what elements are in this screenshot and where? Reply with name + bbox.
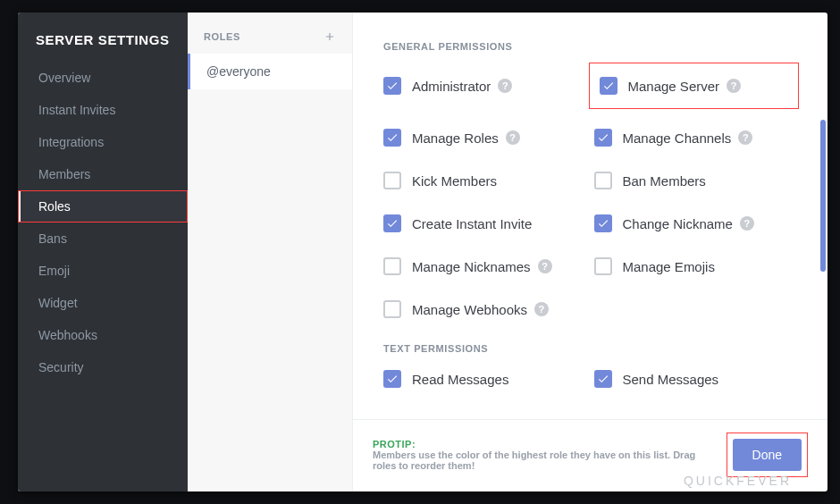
permission-label: Manage Channels? [623,130,753,146]
sidebar-item-emoji[interactable]: Emoji [18,255,188,287]
permission-grid: Read MessagesSend Messages [383,370,792,388]
permission-label-text: Manage Nicknames [412,259,531,274]
permission-checkbox[interactable] [383,77,401,95]
permission-checkbox[interactable] [594,129,612,147]
permission-row: Send Messages [594,370,793,388]
permission-row: Administrator? [383,68,582,104]
done-highlight: Done [727,433,808,477]
permission-grid: Administrator?Manage Server?Manage Roles… [383,68,792,318]
permission-label-text: Manage Roles [412,130,499,146]
sidebar-item-security[interactable]: Security [18,351,188,383]
help-icon[interactable]: ? [727,79,741,93]
permission-row: Manage Roles? [383,129,582,147]
permission-checkbox[interactable] [383,257,401,275]
roles-column: ROLES @everyone [188,13,353,491]
sidebar-item-webhooks[interactable]: Webhooks [18,319,188,351]
permission-label-text: Kick Members [412,173,497,189]
role-item[interactable]: @everyone [188,54,352,89]
done-button[interactable]: Done [733,439,802,471]
permission-label: Send Messages [623,372,719,387]
permission-label: Change Nickname? [623,216,754,231]
permission-row: Manage Server? [594,68,793,104]
protip-text: Members use the color of the highest rol… [373,449,701,471]
permission-label-text: Change Nickname [623,216,733,231]
sidebar-item-roles[interactable]: Roles [18,190,188,223]
permissions-panel: GENERAL PERMISSIONSAdministrator?Manage … [353,13,827,491]
sidebar-item-bans[interactable]: Bans [18,223,188,255]
sidebar-title: SERVER SETTINGS [18,13,188,56]
help-icon[interactable]: ? [738,130,752,145]
watermark: QUICKFEVER [684,474,792,488]
permission-checkbox[interactable] [594,257,612,275]
permission-label: Kick Members [412,173,497,189]
help-icon[interactable]: ? [538,259,552,273]
permission-row: Ban Members [594,172,793,189]
permission-label: Manage Roles? [412,130,520,146]
permission-label-text: Manage Server [628,79,720,94]
sidebar-item-integrations[interactable]: Integrations [18,126,188,158]
help-icon[interactable]: ? [506,130,520,145]
permission-checkbox[interactable] [383,214,401,232]
permission-label-text: Read Messages [412,372,508,387]
permission-row: Read Messages [383,370,582,388]
permission-label-text: Manage Webhooks [412,302,527,317]
permission-label-text: Manage Channels [623,130,732,146]
help-icon[interactable]: ? [534,302,549,316]
permission-row: Manage Emojis [594,257,793,275]
permission-row: Create Instant Invite [383,214,582,232]
plus-icon [323,30,336,43]
permission-section-title: TEXT PERMISSIONS [383,343,792,354]
permission-checkbox[interactable] [594,172,612,189]
permission-row: Manage Webhooks? [383,300,582,318]
sidebar-item-widget[interactable]: Widget [18,287,188,319]
sidebar-item-instant-invites[interactable]: Instant Invites [18,94,188,126]
settings-panel: SERVER SETTINGS OverviewInstant InvitesI… [18,13,827,491]
permission-checkbox[interactable] [383,300,401,318]
permission-label-text: Manage Emojis [623,259,715,274]
permission-checkbox[interactable] [383,129,401,147]
permission-label: Administrator? [412,79,512,94]
permission-label: Manage Nicknames? [412,259,552,274]
permission-row: Change Nickname? [594,214,793,232]
permission-checkbox[interactable] [383,172,401,189]
permission-row: Manage Nicknames? [383,257,582,275]
protip-label: PROTIP: [373,439,701,449]
permission-row: Kick Members [383,172,582,189]
permission-checkbox[interactable] [383,370,401,388]
permission-label-text: Administrator [412,79,491,94]
permission-label: Read Messages [412,372,508,387]
permission-checkbox[interactable] [600,77,617,95]
permission-label-text: Send Messages [623,372,719,387]
permission-checkbox[interactable] [594,370,612,388]
permission-label: Create Instant Invite [412,216,532,231]
permission-label: Manage Server? [628,79,742,94]
permission-label: Manage Webhooks? [412,302,549,317]
help-icon[interactable]: ? [498,79,512,93]
scrollbar-thumb[interactable] [820,120,826,272]
permission-checkbox[interactable] [594,214,612,232]
sidebar-item-members[interactable]: Members [18,158,188,190]
sidebar-item-overview[interactable]: Overview [18,62,188,94]
roles-header-label: ROLES [204,31,240,42]
help-icon[interactable]: ? [740,216,754,231]
permission-label: Ban Members [623,173,706,189]
permission-label-text: Ban Members [623,173,706,189]
permission-label-text: Create Instant Invite [412,216,532,231]
sidebar: SERVER SETTINGS OverviewInstant InvitesI… [18,13,188,491]
permission-row: Manage Channels? [594,129,793,147]
permission-label: Manage Emojis [623,259,715,274]
add-role-button[interactable] [322,29,338,45]
permission-section-title: GENERAL PERMISSIONS [383,41,792,52]
